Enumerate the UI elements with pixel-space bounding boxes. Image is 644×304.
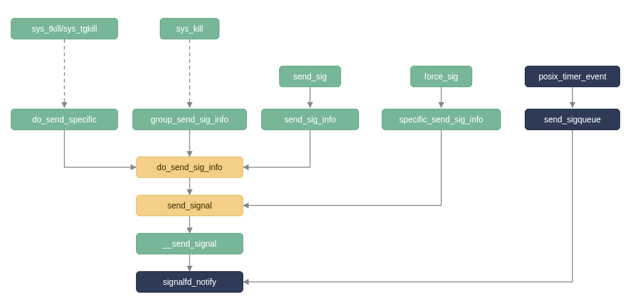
node-send_sigqueue: send_sigqueue bbox=[525, 109, 620, 130]
node-label: posix_timer_event bbox=[538, 72, 606, 81]
node-label: specific_send_sig_info bbox=[400, 115, 484, 124]
node-send_signal: send_signal bbox=[136, 195, 243, 216]
node-force_sig: force_sig bbox=[410, 66, 472, 87]
node-label: __send_signal bbox=[163, 239, 216, 248]
edge-send_sigqueue-signalfd_notify bbox=[243, 130, 572, 282]
node-label: do_send_specific bbox=[32, 115, 97, 124]
node-sys_kill: sys_kill bbox=[160, 18, 219, 39]
node-do_send_sig_info: do_send_sig_info bbox=[136, 156, 243, 178]
node-send_sig: send_sig bbox=[279, 66, 341, 87]
node-do_send_specific: do_send_specific bbox=[11, 109, 118, 130]
node-label: sys_tkill/sys_tgkill bbox=[32, 24, 97, 33]
node-send_sig_info: send_sig_info bbox=[261, 109, 359, 130]
node-group_send_sig_info: group_send_sig_info bbox=[132, 109, 247, 130]
node-label: send_sig bbox=[293, 72, 327, 81]
node-label: do_send_sig_info bbox=[157, 162, 222, 172]
node-signalfd_notify: signalfd_notify bbox=[136, 271, 243, 293]
node-__send_signal: __send_signal bbox=[136, 233, 243, 254]
edge-specific_send-send_signal bbox=[243, 130, 441, 205]
node-label: sys_kill bbox=[176, 24, 203, 33]
edge-send_sig_info-do_send_sig_info bbox=[243, 130, 310, 167]
edge-do_send_specific-do_send_sig_info bbox=[64, 130, 136, 167]
node-label: send_sigqueue bbox=[544, 115, 601, 124]
node-sys_tkill: sys_tkill/sys_tgkill bbox=[11, 18, 118, 39]
node-label: signalfd_notify bbox=[163, 277, 216, 287]
node-label: force_sig bbox=[425, 72, 459, 81]
diagram-edges bbox=[0, 0, 644, 304]
node-label: group_send_sig_info bbox=[151, 115, 228, 124]
node-posix_timer_event: posix_timer_event bbox=[525, 66, 620, 87]
node-specific_send_sig_info: specific_send_sig_info bbox=[382, 109, 501, 130]
node-label: send_signal bbox=[168, 201, 212, 210]
node-label: send_sig_info bbox=[284, 115, 336, 124]
